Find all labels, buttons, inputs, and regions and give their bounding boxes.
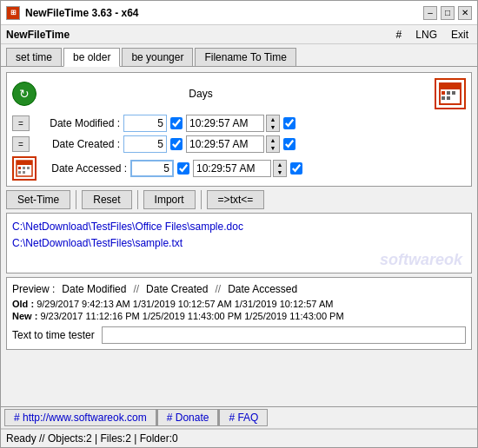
panel-header-row: ↻ Days <box>12 78 466 109</box>
date-created-days-input[interactable] <box>123 135 167 153</box>
tabs-bar: set time be older be younger Filename To… <box>1 44 477 67</box>
date-modified-eq-btn[interactable]: = <box>12 115 30 131</box>
svg-rect-2 <box>441 91 445 95</box>
date-modified-time-group: ▲ ▼ <box>186 115 280 132</box>
menu-bar: NewFileTime # LNG Exit <box>1 25 477 44</box>
svg-rect-10 <box>23 167 25 169</box>
menu-items: # LNG Exit <box>393 29 472 41</box>
link-faq[interactable]: # FAQ <box>219 409 268 426</box>
svg-rect-5 <box>441 96 445 100</box>
date-created-spin: ▲ ▼ <box>266 135 280 153</box>
be-older-panel: ↻ Days <box>6 72 472 187</box>
preview-old-label: Old : <box>12 299 34 309</box>
date-accessed-time-group: ▲ ▼ <box>193 160 287 177</box>
date-accessed-spin-up[interactable]: ▲ <box>274 161 286 168</box>
date-modified-spin-up[interactable]: ▲ <box>267 115 279 123</box>
app-icon: ⊞ <box>6 6 20 20</box>
svg-rect-12 <box>18 171 21 174</box>
tab-filename-to-time[interactable]: Filename To Time <box>195 48 295 66</box>
svg-rect-13 <box>23 171 25 174</box>
svg-rect-8 <box>17 161 32 165</box>
title-bar-controls: – □ ✕ <box>423 6 472 20</box>
date-created-spin-up[interactable]: ▲ <box>267 136 279 144</box>
preview-col2: Date Created <box>146 283 208 295</box>
date-created-time-check[interactable] <box>170 138 183 150</box>
date-created-eq-btn[interactable]: = <box>12 136 30 152</box>
date-accessed-row: Date Accessed : ▲ ▼ <box>12 156 466 181</box>
date-created-check2-wrapper <box>283 138 295 150</box>
svg-rect-4 <box>452 91 455 95</box>
svg-rect-3 <box>447 91 450 95</box>
app-name-label: NewFileTime <box>6 29 70 41</box>
btn-separator-2 <box>137 190 138 209</box>
date-modified-time-check[interactable] <box>170 117 183 129</box>
date-accessed-days-input[interactable] <box>130 160 174 177</box>
minimize-button[interactable]: – <box>423 6 437 20</box>
date-modified-enable-check[interactable] <box>283 117 295 129</box>
date-modified-check1-wrapper <box>170 117 183 129</box>
svg-rect-9 <box>18 167 21 169</box>
preview-new-label: New : <box>12 311 37 321</box>
tab-be-younger[interactable]: be younger <box>122 48 193 66</box>
set-time-button[interactable]: Set-Time <box>6 190 70 209</box>
date-created-time-input[interactable] <box>186 135 264 153</box>
preview-old-row: Old : 9/29/2017 9:42:13 AM 1/31/2019 10:… <box>12 299 466 309</box>
preview-new-row: New : 9/23/2017 11:12:16 PM 1/25/2019 11… <box>12 311 466 321</box>
date-accessed-enable-check[interactable] <box>290 162 302 175</box>
title-bar-left: ⊞ NewFileTime 3.63 - x64 <box>6 6 139 20</box>
preview-header-label: Preview : <box>12 283 55 295</box>
tab-set-time[interactable]: set time <box>6 48 62 66</box>
text-tester-input[interactable] <box>102 326 466 344</box>
preview-col3: Date Accessed <box>228 283 297 295</box>
main-window: ⊞ NewFileTime 3.63 - x64 – □ ✕ NewFileTi… <box>0 0 478 448</box>
date-accessed-spin: ▲ ▼ <box>273 160 287 177</box>
svg-rect-11 <box>27 167 30 169</box>
tab-be-older[interactable]: be older <box>63 48 120 67</box>
link-softwareok[interactable]: # http://www.softwareok.com <box>4 409 156 426</box>
link-donate[interactable]: # Donate <box>157 409 219 426</box>
date-modified-row: = Date Modified : ▲ ▼ <box>12 115 466 132</box>
date-modified-check2-wrapper <box>283 117 295 129</box>
text-tester-row: Text to time tester <box>12 326 466 344</box>
date-modified-spin-down[interactable]: ▼ <box>267 123 279 131</box>
date-accessed-spin-down[interactable]: ▼ <box>274 168 286 176</box>
maximize-button[interactable]: □ <box>441 6 455 20</box>
menu-hash[interactable]: # <box>393 29 406 41</box>
file-path-2[interactable]: C:\NetDownload\TestFiles\sample.txt <box>12 235 466 252</box>
preview-sep2: // <box>215 283 221 295</box>
refresh-icon[interactable]: ↻ <box>12 82 37 106</box>
menu-exit[interactable]: Exit <box>448 29 472 41</box>
files-panel: C:\NetDownload\TestFiles\Office Files\sa… <box>6 213 472 273</box>
date-created-time-group: ▲ ▼ <box>186 135 280 153</box>
date-created-check1-wrapper <box>170 138 183 150</box>
preview-col1: Date Modified <box>62 283 126 295</box>
watermark: softwareok <box>380 251 462 269</box>
arrow-button[interactable]: =>txt<= <box>207 190 265 209</box>
date-created-spin-down[interactable]: ▼ <box>267 144 279 152</box>
menu-lng[interactable]: LNG <box>412 29 441 41</box>
date-accessed-check2-wrapper <box>290 162 302 175</box>
bottom-bar: # http://www.softwareok.com # Donate # F… <box>1 406 477 429</box>
date-modified-time-input[interactable] <box>186 115 264 132</box>
svg-rect-6 <box>447 96 450 100</box>
days-column-label: Days <box>189 88 212 100</box>
date-created-label: Date Created : <box>33 138 120 150</box>
reset-button[interactable]: Reset <box>82 190 131 209</box>
import-button[interactable]: Import <box>143 190 196 209</box>
window-title: NewFileTime 3.63 - x64 <box>25 7 139 19</box>
date-created-enable-check[interactable] <box>283 138 295 150</box>
preview-header: Preview : Date Modified // Date Created … <box>12 283 466 295</box>
text-tester-label: Text to time tester <box>12 329 95 341</box>
btn-separator-1 <box>76 190 76 209</box>
close-button[interactable]: ✕ <box>458 6 472 20</box>
status-bar: Ready // Objects:2 | Files:2 | Folder:0 <box>1 429 477 447</box>
date-accessed-time-input[interactable] <box>193 160 271 177</box>
date-created-row: = Date Created : ▲ ▼ <box>12 135 466 153</box>
date-modified-label: Date Modified : <box>33 117 120 129</box>
file-path-1[interactable]: C:\NetDownload\TestFiles\Office Files\sa… <box>12 219 466 235</box>
status-text: Ready // Objects:2 | Files:2 | Folder:0 <box>6 432 178 445</box>
svg-rect-1 <box>440 83 461 89</box>
date-accessed-time-check[interactable] <box>177 162 189 175</box>
date-modified-spin: ▲ ▼ <box>266 115 280 132</box>
date-modified-days-input[interactable] <box>123 115 167 132</box>
